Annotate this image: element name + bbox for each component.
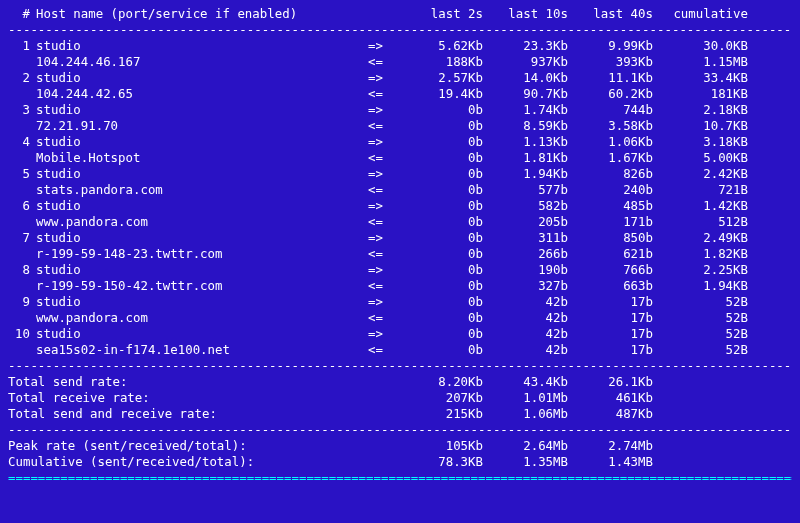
row-last10s: 327b <box>483 278 568 294</box>
row-last2s: 0b <box>398 214 483 230</box>
row-host: studio <box>36 230 368 246</box>
row-host: stats.pandora.com <box>36 182 368 198</box>
connection-row: 10studio=>0b42b17b52B <box>8 326 792 342</box>
row-host: Mobile.Hotspot <box>36 150 368 166</box>
header-last10s: last 10s <box>483 6 568 22</box>
row-last40s: 1.67Kb <box>568 150 653 166</box>
connection-row: 7studio=>0b311b850b2.49KB <box>8 230 792 246</box>
row-host: studio <box>36 294 368 310</box>
total-both-10s: 1.06Mb <box>483 406 568 422</box>
row-index <box>8 214 36 230</box>
row-direction: => <box>368 166 398 182</box>
row-index: 6 <box>8 198 36 214</box>
row-last40s: 17b <box>568 310 653 326</box>
row-cumulative: 3.18KB <box>653 134 748 150</box>
row-cumulative: 10.7KB <box>653 118 748 134</box>
row-last40s: 11.1Kb <box>568 70 653 86</box>
row-direction: <= <box>368 310 398 326</box>
row-last40s: 240b <box>568 182 653 198</box>
header-last40s: last 40s <box>568 6 653 22</box>
row-last2s: 2.57Kb <box>398 70 483 86</box>
row-host: studio <box>36 166 368 182</box>
row-last10s: 1.13Kb <box>483 134 568 150</box>
row-cumulative: 52B <box>653 326 748 342</box>
row-index: 9 <box>8 294 36 310</box>
total-recv-label: Total receive rate: <box>8 390 398 406</box>
row-direction: => <box>368 70 398 86</box>
row-host: r-199-59-150-42.twttr.com <box>36 278 368 294</box>
row-last2s: 0b <box>398 310 483 326</box>
row-last2s: 19.4Kb <box>398 86 483 102</box>
connection-row: sea15s02-in-f174.1e100.net<=0b42b17b52B <box>8 342 792 358</box>
row-last10s: 42b <box>483 310 568 326</box>
row-index <box>8 54 36 70</box>
row-direction: => <box>368 198 398 214</box>
total-send-rate-row: Total send rate: 8.20Kb 43.4Kb 26.1Kb <box>8 374 792 390</box>
connection-row: r-199-59-148-23.twttr.com<=0b266b621b1.8… <box>8 246 792 262</box>
row-direction: <= <box>368 182 398 198</box>
header-direction <box>368 6 398 22</box>
row-last40s: 850b <box>568 230 653 246</box>
connection-row: 8studio=>0b190b766b2.25KB <box>8 262 792 278</box>
row-index: 1 <box>8 38 36 54</box>
connection-row: 104.244.46.167<=188Kb937Kb393Kb1.15MB <box>8 54 792 70</box>
row-host: 104.244.42.65 <box>36 86 368 102</box>
row-direction: <= <box>368 118 398 134</box>
total-recv-40s: 461Kb <box>568 390 653 406</box>
row-last40s: 393Kb <box>568 54 653 70</box>
row-cumulative: 30.0KB <box>653 38 748 54</box>
row-host: www.pandora.com <box>36 214 368 230</box>
row-last10s: 42b <box>483 294 568 310</box>
peak-empty <box>653 438 748 454</box>
row-last2s: 0b <box>398 342 483 358</box>
row-last10s: 8.59Kb <box>483 118 568 134</box>
row-host: r-199-59-148-23.twttr.com <box>36 246 368 262</box>
row-last2s: 0b <box>398 166 483 182</box>
row-cumulative: 52B <box>653 310 748 326</box>
total-recv-cum <box>653 390 748 406</box>
row-last10s: 42b <box>483 342 568 358</box>
peak-received: 2.64Mb <box>483 438 568 454</box>
column-header-row: # Host name (port/service if enabled) la… <box>8 6 792 22</box>
row-last10s: 1.81Kb <box>483 150 568 166</box>
row-last2s: 0b <box>398 278 483 294</box>
row-cumulative: 721B <box>653 182 748 198</box>
row-index: 7 <box>8 230 36 246</box>
row-direction: => <box>368 262 398 278</box>
row-last40s: 485b <box>568 198 653 214</box>
total-recv-2s: 207Kb <box>398 390 483 406</box>
row-cumulative: 2.18KB <box>653 102 748 118</box>
row-last40s: 17b <box>568 294 653 310</box>
row-last2s: 0b <box>398 150 483 166</box>
row-cumulative: 52B <box>653 342 748 358</box>
row-last10s: 190b <box>483 262 568 278</box>
row-index: 4 <box>8 134 36 150</box>
row-last2s: 0b <box>398 198 483 214</box>
connection-row: 2studio=>2.57Kb14.0Kb11.1Kb33.4KB <box>8 70 792 86</box>
cum-sent: 78.3KB <box>398 454 483 470</box>
row-last40s: 1.06Kb <box>568 134 653 150</box>
divider-doubles: ========================================… <box>8 470 792 486</box>
row-last10s: 311b <box>483 230 568 246</box>
row-last40s: 826b <box>568 166 653 182</box>
connection-row: 3studio=>0b1.74Kb744b2.18KB <box>8 102 792 118</box>
cum-total: 1.43MB <box>568 454 653 470</box>
total-recv-10s: 1.01Mb <box>483 390 568 406</box>
connection-row: r-199-59-150-42.twttr.com<=0b327b663b1.9… <box>8 278 792 294</box>
divider-dashes: ----------------------------------------… <box>8 22 792 38</box>
row-last40s: 744b <box>568 102 653 118</box>
row-cumulative: 1.42KB <box>653 198 748 214</box>
connection-row: 6studio=>0b582b485b1.42KB <box>8 198 792 214</box>
header-last2s: last 2s <box>398 6 483 22</box>
row-host: sea15s02-in-f174.1e100.net <box>36 342 368 358</box>
row-last10s: 205b <box>483 214 568 230</box>
row-index <box>8 246 36 262</box>
row-index <box>8 342 36 358</box>
row-cumulative: 2.49KB <box>653 230 748 246</box>
row-index: 10 <box>8 326 36 342</box>
row-cumulative: 1.15MB <box>653 54 748 70</box>
row-last2s: 0b <box>398 102 483 118</box>
row-cumulative: 33.4KB <box>653 70 748 86</box>
row-last10s: 42b <box>483 326 568 342</box>
row-cumulative: 1.82KB <box>653 246 748 262</box>
